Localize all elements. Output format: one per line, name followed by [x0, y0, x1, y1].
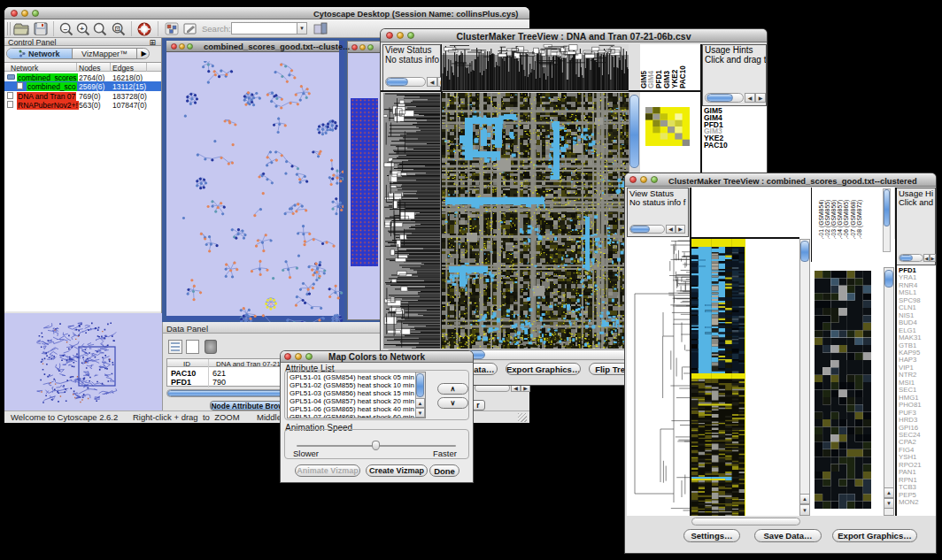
svg-text:PFD1: PFD1 [655, 70, 663, 88]
svg-text:YKE2: YKE2 [671, 69, 679, 88]
svg-text:–: – [63, 25, 67, 33]
svg-text:GIM3: GIM3 [663, 71, 671, 88]
svg-text:⊡: ⊡ [114, 25, 120, 33]
svg-text:+: + [80, 25, 84, 33]
svg-text:GIM4: GIM4 [647, 71, 655, 88]
svg-text:PAC10: PAC10 [679, 65, 687, 88]
svg-text:GIM5: GIM5 [640, 71, 648, 88]
